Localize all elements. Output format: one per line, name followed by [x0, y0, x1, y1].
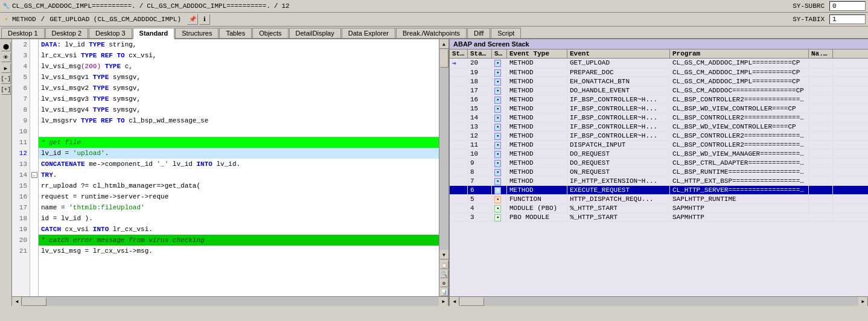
tab-script[interactable]: Script: [491, 28, 521, 38]
stack-row-4[interactable]: 16▪METHODIF_BSP_CONTROLLER~H...CL_BSP_CO…: [450, 95, 868, 104]
scroll-thumb[interactable]: [440, 49, 448, 68]
sy-tabix-input[interactable]: [829, 14, 866, 24]
breadcrumb-icons: 📌 ℹ: [187, 14, 210, 25]
tab-desktop1[interactable]: Desktop 1: [1, 28, 45, 38]
stack-cell-2-6: [809, 77, 833, 86]
info-icon[interactable]: ℹ: [199, 14, 210, 25]
stack-cell-1-4: PREPARE_DOC: [567, 68, 670, 77]
stack-cell-4-1: 16: [468, 95, 492, 104]
gutter-item-16: [30, 191, 38, 202]
stack-hscroll-right[interactable]: ▶: [858, 297, 868, 307]
watchpoint-icon[interactable]: 👁: [1, 52, 11, 62]
gutter-item-4: [30, 61, 38, 72]
code-line-15: rr_upload ?= cl_htmlb_manager=>get_data(: [39, 180, 439, 191]
stack-row-17[interactable]: 3▪PBO MODULE%_HTTP_STARTSAPMHTTP: [450, 213, 868, 222]
stack-hscroll-thumb[interactable]: [460, 297, 484, 306]
scroll-up-btn[interactable]: ▲: [439, 39, 449, 49]
stack-row-0[interactable]: ⇒20▪METHODGET_UPLOADCL_GS_CM_ADDDOC_IMPL…: [450, 59, 868, 68]
gutter-item-13: [30, 159, 38, 170]
gutter-item-9: [30, 115, 38, 126]
stack-cell-12-1: 8: [468, 168, 492, 176]
right-panel: ABAP and Screen Stack St...Sta...S...Eve…: [450, 39, 868, 306]
gutter-item-6: [30, 83, 38, 94]
tab-objects[interactable]: Objects: [252, 28, 288, 38]
stack-cell-11-5: CL_BSP_CTRL_ADAPTER=============CP: [670, 159, 809, 167]
stack-cell-5-0: [450, 104, 468, 113]
hscroll-track[interactable]: [22, 297, 439, 307]
stack-cell-3-1: 17: [468, 86, 492, 95]
line-number-2: 2: [12, 39, 30, 50]
side-action-2[interactable]: 🔍: [440, 270, 448, 278]
stack-row-8[interactable]: 12▪METHODIF_BSP_CONTROLLER~H...CL_BSP_CO…: [450, 132, 868, 141]
sy-subrc-input[interactable]: [829, 1, 866, 11]
stack-cell-17-3: PBO MODULE: [507, 213, 567, 221]
stack-cell-6-5: CL_BSP_CONTROLLER2==============CP: [670, 113, 809, 122]
stack-row-14[interactable]: 6▪METHODEXECUTE_REQUESTCL_HTTP_SERVER===…: [450, 186, 868, 195]
stack-hscroll-track[interactable]: [459, 297, 858, 307]
stack-row-1[interactable]: 19▪METHODPREPARE_DOCCL_GS_CM_ADDDOC_IMPL…: [450, 68, 868, 77]
code-line-8: lv_vsi_msgv4 TYPE symsgv,: [39, 104, 439, 115]
stack-cell-9-0: [450, 141, 468, 149]
stack-cell-13-1: 7: [468, 177, 492, 185]
stack-row-11[interactable]: 9▪METHODDO_REQUESTCL_BSP_CTRL_ADAPTER===…: [450, 159, 868, 168]
expand-icon[interactable]: [+]: [1, 85, 11, 95]
gutter-item-17: [30, 202, 38, 213]
stack-cell-8-5: CL_BSP_CONTROLLER2==============CP: [670, 132, 809, 140]
bookmark-icon[interactable]: 📌: [187, 14, 198, 25]
stack-cell-5-4: IF_BSP_CONTROLLER~H...: [567, 104, 670, 113]
stack-cell-4-0: [450, 95, 468, 104]
stack-row-12[interactable]: 8▪METHODON_REQUESTCL_BSP_RUNTIME========…: [450, 168, 868, 177]
tab-detaildisplay[interactable]: DetailDisplay: [289, 28, 341, 38]
stack-cell-11-0: [450, 159, 468, 167]
stack-row-15[interactable]: 5▪FUNCTIONHTTP_DISPATCH_REQU...SAPLHTTP_…: [450, 195, 868, 204]
hscroll-left-btn[interactable]: ◀: [12, 297, 22, 307]
stack-body[interactable]: ⇒20▪METHODGET_UPLOADCL_GS_CM_ADDDOC_IMPL…: [450, 59, 868, 296]
stack-row-5[interactable]: 15▪METHODIF_BSP_CONTROLLER~H...CL_BSP_WD…: [450, 104, 868, 113]
side-action-4[interactable]: 📊: [440, 288, 448, 296]
tab-desktop2[interactable]: Desktop 2: [45, 28, 89, 38]
stack-hscroll-left[interactable]: ◀: [450, 297, 459, 307]
tab-dataexplorer[interactable]: Data Explorer: [342, 28, 395, 38]
stack-row-9[interactable]: 11▪METHODDISPATCH_INPUTCL_BSP_CONTROLLER…: [450, 141, 868, 150]
stack-cell-16-1: 4: [468, 204, 492, 212]
stack-row-2[interactable]: 18▪METHODEH_ONATTACH_BTNCL_GS_CM_ADDDOC_…: [450, 77, 868, 86]
tab-breakwatchpoints[interactable]: Break./Watchpoints: [396, 28, 467, 38]
tab-diff[interactable]: Diff: [467, 28, 490, 38]
stack-cell-12-2: ▪: [492, 168, 507, 176]
gutter-item-11: [30, 137, 38, 148]
stack-row-16[interactable]: 4▪MODULE (PBO)%_HTTP_STARTSAPMHTTP: [450, 204, 868, 213]
tab-structures[interactable]: Structures: [175, 28, 219, 38]
stack-row-6[interactable]: 14▪METHODIF_BSP_CONTROLLER~H...CL_BSP_CO…: [450, 113, 868, 122]
stack-cell-9-3: METHOD: [507, 141, 567, 149]
stack-cell-10-2: ▪: [492, 150, 507, 158]
stack-cell-10-5: CL_BSP_WD_VIEW_MANAGER==========CP: [670, 150, 809, 158]
line-number-16: 16: [12, 191, 30, 202]
stack-cell-17-1: 3: [468, 213, 492, 221]
stack-cell-9-1: 11: [468, 141, 492, 149]
fold-icon[interactable]: -: [31, 172, 37, 178]
scroll-down-btn[interactable]: ▼: [439, 250, 449, 259]
breakpoint-icon[interactable]: ⬤: [1, 42, 11, 51]
hscroll-thumb[interactable]: [22, 297, 46, 306]
side-action-3[interactable]: ⚙: [440, 279, 448, 287]
tab-tables[interactable]: Tables: [219, 28, 252, 38]
stack-row-7[interactable]: 13▪METHODIF_BSP_CONTROLLER~H...CL_BSP_WD…: [450, 122, 868, 132]
stack-cell-12-0: [450, 168, 468, 176]
hscroll-right-btn[interactable]: ▶: [439, 297, 448, 307]
stack-cell-16-0: [450, 204, 468, 212]
tab-desktop3[interactable]: Desktop 3: [89, 28, 132, 38]
horizontal-scrollbar[interactable]: ◀ ▶: [12, 296, 448, 306]
stack-cell-14-6: [809, 186, 833, 194]
stack-horiz-scroll[interactable]: ◀ ▶: [450, 296, 868, 306]
stack-row-13[interactable]: 7▪METHODIF_HTTP_EXTENSION~H...CL_HTTP_EX…: [450, 177, 868, 186]
collapse-icon[interactable]: [-]: [1, 74, 11, 84]
step-icon[interactable]: ▶: [1, 63, 11, 73]
stack-cell-7-4: IF_BSP_CONTROLLER~H...: [567, 122, 670, 131]
stack-row-10[interactable]: 10▪METHODDO_REQUESTCL_BSP_WD_VIEW_MANAGE…: [450, 150, 868, 159]
stack-cell-6-4: IF_BSP_CONTROLLER~H...: [567, 113, 670, 122]
tab-standard[interactable]: Standard: [133, 28, 175, 39]
side-action-1[interactable]: 📋: [440, 261, 448, 269]
vertical-scrollbar[interactable]: ▲ ▼ 📋 🔍 ⚙ 📊: [439, 39, 448, 296]
line-number-18: 18: [12, 213, 30, 224]
stack-row-3[interactable]: 17▪METHODDO_HANDLE_EVENTCL_GS_CM_ADDDOC=…: [450, 86, 868, 95]
